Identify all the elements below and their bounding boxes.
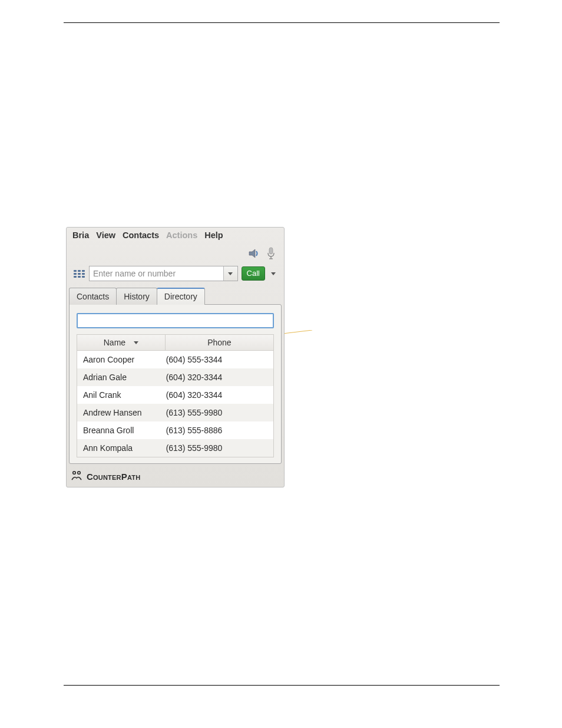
directory-panel: Name Phone Aaron Cooper(604) 555-3344Adr… xyxy=(69,304,282,464)
page-bottom-rule xyxy=(64,685,500,686)
microphone-icon[interactable] xyxy=(266,247,276,260)
dial-entry-box xyxy=(89,266,238,281)
menu-item-view[interactable]: View xyxy=(96,230,115,240)
menu-item-help[interactable]: Help xyxy=(204,230,223,240)
counterpath-logo-icon xyxy=(70,470,83,483)
dial-dropdown[interactable] xyxy=(223,266,237,281)
column-header-name[interactable]: Name xyxy=(77,335,166,350)
menu-item-actions: Actions xyxy=(166,230,197,240)
chevron-down-icon xyxy=(134,341,138,344)
column-header-phone[interactable]: Phone xyxy=(166,335,273,350)
dialpad-icon[interactable] xyxy=(72,268,85,279)
cell-name: Andrew Hansen xyxy=(82,408,166,417)
footer-brand: CounterPath xyxy=(87,472,140,482)
column-name-label: Name xyxy=(104,338,125,347)
svg-point-4 xyxy=(73,472,76,475)
dial-input-row: Call xyxy=(67,262,284,287)
tab-history[interactable]: History xyxy=(116,288,157,305)
dial-input[interactable] xyxy=(90,267,223,280)
column-phone-label: Phone xyxy=(207,338,231,347)
cell-phone: (613) 555-8886 xyxy=(166,426,269,435)
tab-directory[interactable]: Directory xyxy=(157,288,205,305)
table-row[interactable]: Aaron Cooper(604) 555-3344 xyxy=(77,351,273,368)
cell-name: Adrian Gale xyxy=(82,373,166,382)
cell-phone: (604) 320-3344 xyxy=(166,373,269,382)
menu-item-contacts[interactable]: Contacts xyxy=(123,230,159,240)
directory-search-input[interactable] xyxy=(77,313,274,328)
table-row[interactable]: Breanna Groll(613) 555-8886 xyxy=(77,421,273,439)
svg-point-5 xyxy=(78,472,81,475)
cell-name: Ann Kompala xyxy=(82,443,166,453)
cell-phone: (604) 555-3344 xyxy=(166,355,269,364)
svg-rect-1 xyxy=(269,248,273,254)
toolbar xyxy=(67,243,284,262)
page-top-rule xyxy=(64,22,500,23)
chevron-down-icon xyxy=(228,272,233,275)
cell-name: Aaron Cooper xyxy=(82,355,166,364)
footer: CounterPath xyxy=(67,467,284,487)
app-window: Bria View Contacts Actions Help xyxy=(66,227,285,487)
table-row[interactable]: Ann Kompala(613) 555-9980 xyxy=(77,439,273,457)
speaker-icon[interactable] xyxy=(247,248,260,259)
cell-phone: (604) 320-3344 xyxy=(166,390,269,400)
cell-name: Breanna Groll xyxy=(82,426,166,435)
directory-table: Name Phone Aaron Cooper(604) 555-3344Adr… xyxy=(77,334,274,457)
cell-phone: (613) 555-9980 xyxy=(166,408,269,417)
tab-contacts[interactable]: Contacts xyxy=(69,288,117,305)
call-button[interactable]: Call xyxy=(242,266,265,281)
directory-rows: Aaron Cooper(604) 555-3344Adrian Gale(60… xyxy=(77,351,273,457)
table-row[interactable]: Anil Crank(604) 320-3344 xyxy=(77,386,273,404)
table-row[interactable]: Adrian Gale(604) 320-3344 xyxy=(77,368,273,386)
table-row[interactable]: Andrew Hansen(613) 555-9980 xyxy=(77,404,273,421)
directory-table-header: Name Phone xyxy=(77,335,273,351)
menu-bar: Bria View Contacts Actions Help xyxy=(67,228,284,243)
tab-bar: Contacts History Directory xyxy=(67,288,284,305)
menu-item-bria[interactable]: Bria xyxy=(72,230,89,240)
cell-phone: (613) 555-9980 xyxy=(166,443,269,453)
call-options-dropdown[interactable] xyxy=(269,272,278,275)
chevron-down-icon xyxy=(271,272,276,275)
cell-name: Anil Crank xyxy=(82,390,166,400)
